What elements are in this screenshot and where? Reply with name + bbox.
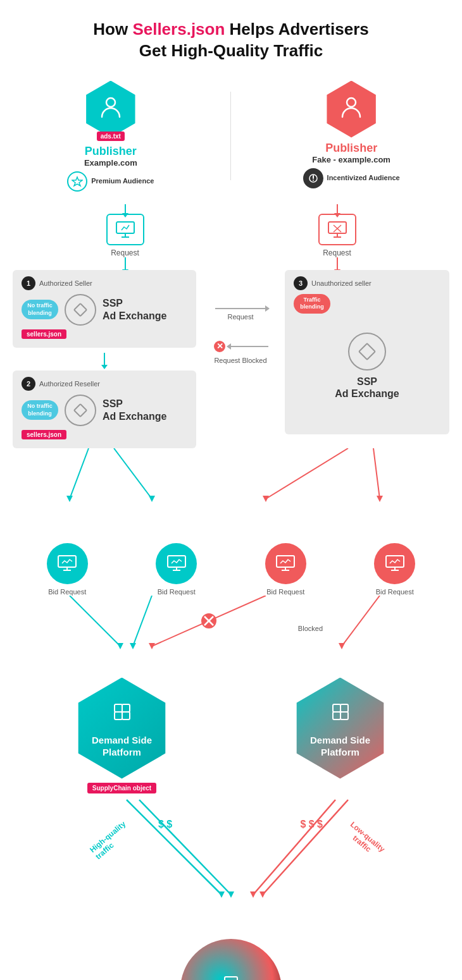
- svg-rect-34: [386, 556, 404, 567]
- svg-marker-22: [263, 496, 269, 502]
- svg-marker-44: [339, 643, 345, 649]
- svg-rect-28: [168, 556, 185, 567]
- dsp-arrows-section: Blocked: [13, 596, 449, 659]
- page: How Sellers.json Helps Advertisers Get H…: [0, 0, 462, 980]
- left-ssp-column: 1 Authorized Seller No traffic blending …: [13, 270, 196, 448]
- bid-arrows-section: [13, 448, 449, 524]
- bid-circle-2: [156, 543, 197, 584]
- svg-marker-20: [149, 496, 155, 502]
- traffic-svg: [13, 793, 449, 920]
- arrow-between-ssps: [13, 353, 196, 365]
- arrow-down-left-2: [125, 257, 126, 270]
- svg-rect-48: [115, 704, 122, 712]
- svg-line-62: [263, 800, 348, 895]
- advertiser-section: Advertiser / Agency: [0, 939, 462, 980]
- svg-line-23: [373, 448, 380, 499]
- svg-marker-24: [377, 496, 383, 502]
- dsp-right-hex: Demand SidePlatform: [290, 678, 391, 779]
- svg-line-19: [114, 448, 152, 499]
- traffic-blend-badge: Traffic blending: [294, 294, 330, 314]
- svg-rect-51: [122, 712, 130, 720]
- svg-rect-49: [122, 704, 130, 712]
- advertiser-circle: [180, 939, 282, 980]
- svg-rect-16: [359, 343, 375, 359]
- traffic-arrows-section: High-qualitytraffic $ $ Low-qualitytraff…: [13, 793, 449, 920]
- dollar-left: $ $: [158, 819, 172, 830]
- svg-rect-53: [340, 704, 348, 712]
- svg-rect-55: [340, 712, 348, 720]
- svg-rect-14: [74, 303, 87, 316]
- svg-rect-15: [74, 404, 87, 417]
- incentivized-audience-label: Incentivized Audience: [327, 174, 400, 182]
- svg-marker-63: [259, 891, 266, 898]
- svg-rect-25: [58, 556, 76, 567]
- svg-marker-59: [228, 891, 234, 898]
- svg-line-21: [266, 448, 348, 499]
- bid-label-3: Bid Request: [266, 588, 304, 596]
- publisher-left-audience-row: Premium Audience: [67, 171, 154, 192]
- dsp-left-hex: Demand SidePlatform: [72, 678, 173, 779]
- dsp-arrows-svg: [13, 596, 449, 659]
- dollar-right: $ $ $: [300, 819, 323, 830]
- middle-arrows: Request ✕ Request Blocked: [203, 270, 278, 364]
- publisher-right: Publisher Fake - example.com Incentivize…: [288, 81, 415, 188]
- bid-label-4: Bid Request: [376, 588, 414, 596]
- svg-marker-42: [149, 643, 155, 649]
- ssp1-name: SSPAd Exchange: [103, 297, 166, 321]
- svg-rect-52: [333, 704, 340, 712]
- request-arrow-label: Request: [228, 313, 254, 321]
- bid-label-2: Bid Request: [158, 588, 196, 596]
- arrow-down-right-1: [337, 204, 338, 214]
- bid-blocks-row: Bid Request Bid Request: [0, 543, 462, 596]
- svg-point-2: [347, 98, 356, 107]
- svg-marker-61: [250, 891, 256, 898]
- publisher-left-icon: [98, 94, 123, 125]
- monitor-left: [106, 214, 144, 245]
- supply-chain-badge: SupplyChain object: [87, 783, 156, 793]
- publisher-left-domain: Example.com: [84, 158, 137, 168]
- bid-circle-1: [47, 543, 88, 584]
- h-arrow-line: [215, 308, 266, 309]
- premium-audience-icon: [67, 171, 87, 192]
- bid-circle-4: [374, 543, 415, 584]
- ssp2-diamond: [65, 395, 96, 426]
- ssp3-title: Unauthorized seller: [311, 279, 371, 287]
- ssp3-column: 3 Unauthorized seller Traffic blending S…: [285, 270, 449, 434]
- request-row: Request Request: [0, 198, 462, 270]
- publisher-right-icon: [339, 94, 364, 125]
- blocked-arrow-head: [227, 343, 231, 350]
- svg-point-0: [106, 98, 115, 107]
- bid-block-3: Bid Request: [244, 543, 327, 596]
- publisher-left: ads.txt Publisher Example.com Premium Au…: [47, 81, 174, 192]
- svg-marker-40: [130, 643, 136, 649]
- blocked-label: Request Blocked: [214, 357, 266, 364]
- blocked-arrow-line: [230, 346, 268, 347]
- dsp-right-name: Demand SidePlatform: [310, 734, 370, 759]
- svg-line-58: [139, 800, 231, 895]
- h-arrow-head: [265, 305, 270, 312]
- request-label-left: Request: [111, 248, 139, 257]
- title-section: How Sellers.json Helps Advertisers Get H…: [0, 13, 462, 75]
- svg-marker-57: [218, 891, 225, 898]
- ssp3-box: 3 Unauthorized seller Traffic blending S…: [285, 270, 449, 434]
- dsp-row: Demand SidePlatform SupplyChain object D…: [0, 678, 462, 793]
- svg-line-56: [127, 800, 222, 895]
- step1-circle: 1: [22, 276, 35, 290]
- svg-rect-9: [328, 222, 346, 233]
- incentivized-audience-icon: [303, 168, 323, 188]
- ssp1-title: Authorized Seller: [39, 279, 92, 287]
- step2-circle: 2: [22, 377, 35, 391]
- divider: [230, 92, 231, 180]
- dsp-left-icon: [108, 698, 136, 732]
- svg-rect-50: [115, 712, 122, 720]
- publisher-right-audience-row: Incentivized Audience: [303, 168, 400, 188]
- svg-line-37: [70, 596, 120, 646]
- svg-line-39: [133, 596, 152, 646]
- ssp3-diamond-row: SSPAd Exchange: [294, 333, 440, 400]
- bid-label-1: Bid Request: [48, 588, 86, 596]
- svg-marker-18: [66, 496, 73, 502]
- ads-txt-badge: ads.txt: [97, 132, 125, 141]
- ssp2-title: Authorized Reseller: [39, 380, 100, 388]
- publisher-right-hex: [323, 81, 380, 138]
- publisher-right-name: Publisher: [325, 142, 377, 155]
